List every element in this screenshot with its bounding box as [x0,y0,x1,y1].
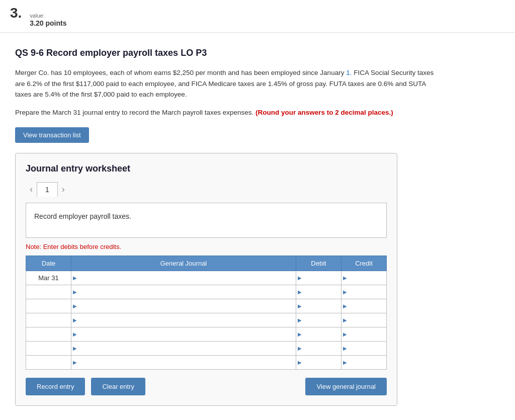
journal-cell-0[interactable]: ▶ [71,271,296,285]
credit-cell-1[interactable]: ▶ [341,285,387,299]
question-title: QS 9-6 Record employer payroll taxes LO … [15,48,438,58]
table-row: ▶▶▶ [26,285,387,299]
points-value: 3.20 points [30,19,66,27]
date-cell-0: Mar 31 [26,271,71,285]
credit-arrow-2: ▶ [343,303,347,309]
journal-input-0[interactable] [71,271,296,285]
debit-cell-2[interactable]: ▶ [296,299,341,313]
journal-cell-3[interactable]: ▶ [71,313,296,327]
table-row: ▶▶▶ [26,341,387,355]
debit-cell-4[interactable]: ▶ [296,327,341,341]
prev-tab-button[interactable]: ‹ [26,182,37,197]
debit-arrow-2: ▶ [298,303,302,309]
debit-input-2[interactable] [296,299,341,313]
debit-arrow-6: ▶ [298,360,302,365]
journal-arrow-1: ▶ [73,289,77,295]
credit-input-2[interactable] [341,299,386,313]
col-header-journal: General Journal [71,256,296,271]
journal-arrow-5: ▶ [73,346,77,351]
credit-input-0[interactable] [341,271,386,285]
journal-arrow-6: ▶ [73,360,77,365]
journal-arrow-3: ▶ [73,317,77,323]
journal-input-1[interactable] [71,285,296,299]
credit-input-3[interactable] [341,313,386,327]
credit-cell-0[interactable]: ▶ [341,271,387,285]
date-cell-4 [26,327,71,341]
credit-cell-2[interactable]: ▶ [341,299,387,313]
debit-input-3[interactable] [296,313,341,327]
credit-arrow-6: ▶ [343,360,347,365]
credit-input-4[interactable] [341,327,386,341]
view-general-journal-button[interactable]: View general journal [305,378,387,395]
credit-cell-5[interactable]: ▶ [341,341,387,355]
debit-arrow-3: ▶ [298,317,302,323]
date-cell-2 [26,299,71,313]
col-header-debit: Debit [296,256,341,271]
date-cell-1 [26,285,71,299]
value-label: value: [30,13,66,19]
journal-input-6[interactable] [71,356,296,369]
question-number: 3. [10,5,22,21]
col-header-date: Date [26,256,71,271]
journal-input-3[interactable] [71,313,296,327]
tab-description: Record employer payroll taxes. [26,203,387,238]
debit-arrow-5: ▶ [298,346,302,351]
journal-arrow-4: ▶ [73,331,77,337]
credit-arrow-4: ▶ [343,331,347,337]
credit-arrow-0: ▶ [343,275,347,281]
instruction-text: Prepare the March 31 journal entry to re… [15,107,438,118]
col-header-credit: Credit [341,256,387,271]
journal-table: Date General Journal Debit Credit Mar 31… [26,256,387,370]
debit-input-6[interactable] [296,356,341,369]
date-cell-6 [26,355,71,369]
debit-cell-0[interactable]: ▶ [296,271,341,285]
table-row: ▶▶▶ [26,355,387,369]
debit-arrow-4: ▶ [298,331,302,337]
credit-cell-3[interactable]: ▶ [341,313,387,327]
journal-input-4[interactable] [71,327,296,341]
debit-cell-6[interactable]: ▶ [296,355,341,369]
journal-arrow-2: ▶ [73,303,77,309]
journal-cell-1[interactable]: ▶ [71,285,296,299]
debit-cell-3[interactable]: ▶ [296,313,341,327]
worksheet-container: Journal entry worksheet ‹ 1 › Record emp… [15,153,397,406]
debit-input-4[interactable] [296,327,341,341]
clear-entry-button[interactable]: Clear entry [91,378,145,395]
credit-arrow-3: ▶ [343,317,347,323]
debit-input-5[interactable] [296,342,341,355]
debit-input-1[interactable] [296,285,341,299]
record-entry-button[interactable]: Record entry [26,378,85,395]
debit-cell-1[interactable]: ▶ [296,285,341,299]
question-body: Merger Co. has 10 employees, each of who… [15,67,438,100]
next-tab-button[interactable]: › [58,182,69,197]
table-row: ▶▶▶ [26,313,387,327]
journal-cell-4[interactable]: ▶ [71,327,296,341]
journal-input-2[interactable] [71,299,296,313]
credit-arrow-1: ▶ [343,289,347,295]
journal-arrow-0: ▶ [73,275,77,281]
journal-cell-5[interactable]: ▶ [71,341,296,355]
tab-1[interactable]: 1 [37,182,58,197]
debit-arrow-0: ▶ [298,275,302,281]
highlight-text: (Round your answers to 2 decimal places.… [255,109,393,116]
tab-navigation: ‹ 1 › [26,182,387,197]
debit-arrow-1: ▶ [298,289,302,295]
credit-input-5[interactable] [341,342,386,355]
debit-cell-5[interactable]: ▶ [296,341,341,355]
credit-cell-6[interactable]: ▶ [341,355,387,369]
credit-arrow-5: ▶ [343,346,347,351]
journal-cell-6[interactable]: ▶ [71,355,296,369]
table-row: ▶▶▶ [26,299,387,313]
journal-input-5[interactable] [71,342,296,355]
view-transaction-button[interactable]: View transaction list [15,127,89,143]
table-row: Mar 31▶▶▶ [26,271,387,285]
credit-input-6[interactable] [341,356,386,369]
debit-input-0[interactable] [296,271,341,285]
date-cell-5 [26,341,71,355]
note-text: Note: Enter debits before credits. [26,243,387,250]
credit-input-1[interactable] [341,285,386,299]
journal-cell-2[interactable]: ▶ [71,299,296,313]
table-row: ▶▶▶ [26,327,387,341]
credit-cell-4[interactable]: ▶ [341,327,387,341]
date-cell-3 [26,313,71,327]
